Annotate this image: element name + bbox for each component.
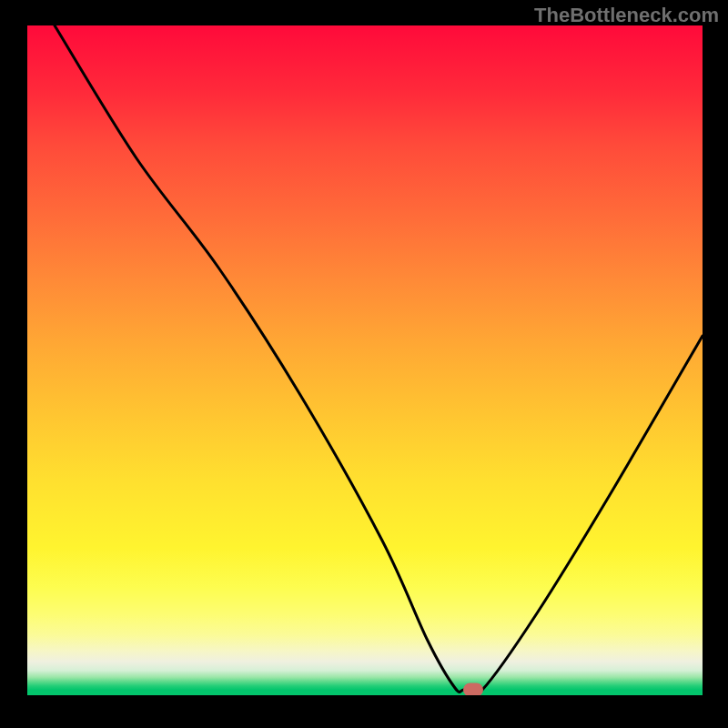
optimum-marker xyxy=(463,683,483,696)
plot-area xyxy=(27,25,703,695)
chart-frame: TheBottleneck.com xyxy=(0,0,728,728)
bottleneck-curve xyxy=(27,25,703,695)
watermark-text: TheBottleneck.com xyxy=(534,4,719,27)
